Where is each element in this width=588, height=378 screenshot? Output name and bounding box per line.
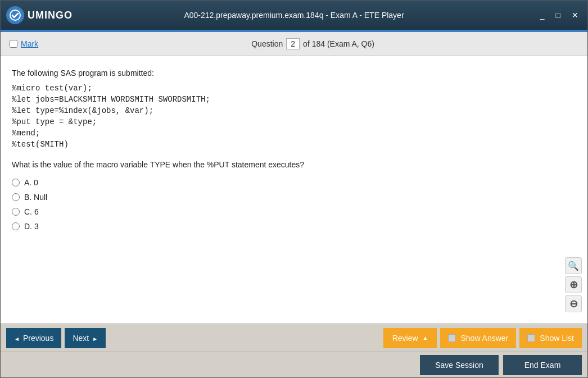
logo-icon bbox=[6, 6, 24, 24]
end-exam-label: End Exam bbox=[524, 361, 561, 370]
code-line-3: %let type=%index(&jobs, &var); bbox=[12, 106, 576, 115]
answer-b: B. Null bbox=[12, 193, 576, 202]
content-area: The following SAS program is submitted: … bbox=[1, 56, 587, 324]
side-tools: 🔍 ⊕ ⊖ bbox=[565, 257, 582, 312]
show-answer-button[interactable]: Show Answer bbox=[440, 328, 516, 348]
answer-d-radio[interactable] bbox=[12, 222, 20, 230]
svg-point-0 bbox=[10, 10, 20, 20]
code-line-6: %test(SMITH) bbox=[12, 140, 576, 149]
zoom-out-button[interactable]: ⊖ bbox=[565, 295, 582, 312]
question-info: Question 2 of 184 (Exam A, Q6) bbox=[251, 38, 374, 49]
answer-c-radio[interactable] bbox=[12, 208, 20, 216]
zoom-in-button[interactable]: ⊕ bbox=[565, 276, 582, 293]
mark-checkbox[interactable] bbox=[10, 40, 17, 48]
titlebar: UMINGO A00-212.prepaway.premium.exam.184… bbox=[1, 1, 587, 30]
window-title: A00-212.prepaway.premium.exam.184q - Exa… bbox=[184, 11, 404, 20]
answers-container: A. 0 B. Null C. 6 D. 3 bbox=[12, 178, 576, 231]
app-window: UMINGO A00-212.prepaway.premium.exam.184… bbox=[0, 0, 588, 378]
answer-a: A. 0 bbox=[12, 178, 576, 187]
app-logo: UMINGO bbox=[6, 6, 73, 24]
code-line-5: %mend; bbox=[12, 129, 576, 138]
bottom-nav-bar: Previous Next Review Show Answer Show Li… bbox=[1, 324, 587, 352]
mark-container: Mark bbox=[10, 39, 38, 48]
show-answer-label: Show Answer bbox=[460, 334, 508, 343]
answer-c: C. 6 bbox=[12, 207, 576, 216]
show-list-label: Show List bbox=[540, 334, 574, 343]
show-answer-checkbox-icon bbox=[448, 334, 456, 342]
maximize-button[interactable]: □ bbox=[553, 10, 564, 21]
previous-button[interactable]: Previous bbox=[6, 328, 61, 348]
next-button[interactable]: Next bbox=[65, 328, 106, 348]
zoom-in-icon: ⊕ bbox=[569, 279, 578, 291]
question-intro: The following SAS program is submitted: bbox=[12, 67, 576, 79]
answer-d-label: D. 3 bbox=[24, 222, 39, 231]
show-list-button[interactable]: Show List bbox=[519, 328, 582, 348]
end-exam-button[interactable]: End Exam bbox=[503, 355, 582, 375]
minimize-button[interactable]: _ bbox=[537, 10, 548, 21]
save-session-button[interactable]: Save Session bbox=[420, 355, 499, 375]
code-line-1: %micro test(var); bbox=[12, 84, 576, 93]
logo-text: UMINGO bbox=[28, 10, 73, 21]
bottom-action-bar: Save Session End Exam bbox=[1, 352, 587, 377]
question-prompt: What is the value of the macro variable … bbox=[12, 160, 576, 169]
search-icon: 🔍 bbox=[568, 261, 579, 271]
mark-label[interactable]: Mark bbox=[21, 39, 38, 48]
code-block: %micro test(var); %let jobs=BLACKSMITH W… bbox=[12, 84, 576, 149]
save-session-label: Save Session bbox=[435, 361, 483, 370]
answer-a-radio[interactable] bbox=[12, 179, 20, 186]
previous-chevron-icon bbox=[14, 334, 20, 343]
answer-a-label: A. 0 bbox=[24, 178, 38, 187]
review-label: Review bbox=[392, 334, 418, 343]
next-label: Next bbox=[73, 334, 89, 343]
previous-label: Previous bbox=[23, 334, 53, 343]
zoom-out-icon: ⊖ bbox=[569, 298, 578, 310]
next-chevron-icon bbox=[92, 334, 98, 343]
review-button[interactable]: Review bbox=[383, 328, 437, 348]
answer-c-label: C. 6 bbox=[24, 207, 39, 216]
question-total: of 184 (Exam A, Q6) bbox=[303, 39, 374, 48]
close-button[interactable]: ✕ bbox=[568, 10, 582, 21]
code-line-4: %put type = &type; bbox=[12, 117, 576, 126]
question-header: Mark Question 2 of 184 (Exam A, Q6) bbox=[1, 32, 587, 56]
question-label: Question bbox=[251, 39, 283, 48]
answer-d: D. 3 bbox=[12, 222, 576, 231]
answer-b-radio[interactable] bbox=[12, 193, 20, 201]
answer-b-label: B. Null bbox=[24, 193, 47, 202]
review-caret-icon bbox=[423, 335, 428, 341]
question-number-box: 2 bbox=[286, 38, 300, 49]
window-controls: _ □ ✕ bbox=[537, 10, 582, 21]
search-tool-button[interactable]: 🔍 bbox=[565, 257, 582, 274]
show-list-checkbox-icon bbox=[527, 334, 535, 342]
code-line-2: %let jobs=BLACKSMITH WORDSMITH SWORDSMIT… bbox=[12, 95, 576, 104]
